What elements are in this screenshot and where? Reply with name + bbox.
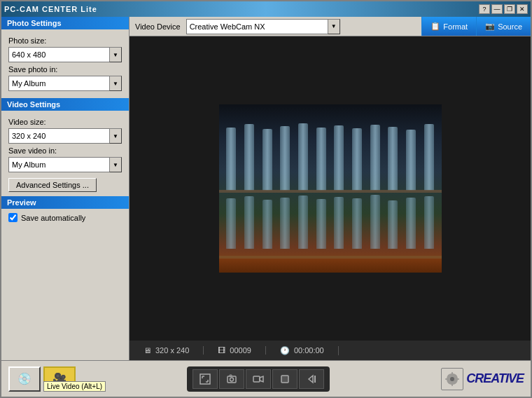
status-resolution: 🖥 320 x 240 [130, 346, 204, 355]
video-settings-content: Video size: 320 x 240 640 x 480 160 x 12… [1, 111, 129, 196]
video-size-label: Video size: [8, 118, 122, 126]
status-time: 🕐 00:00:00 [266, 346, 339, 355]
device-label: Video Device [130, 22, 186, 31]
format-button[interactable]: 📋 Format [421, 17, 476, 36]
save-auto-row: Save automatically [1, 209, 129, 226]
main-content: Photo Settings Photo size: 640 x 480 320… [1, 17, 531, 360]
livevideo-button[interactable]: 🎥 [43, 366, 76, 392]
video-frame [219, 104, 442, 273]
status-bar: 🖥 320 x 240 🎞 00009 🕐 00:00:00 [130, 341, 531, 360]
record-button[interactable] [246, 369, 271, 389]
titlebar-buttons: ? — ❐ ✕ [479, 4, 528, 14]
close-button[interactable]: ✕ [517, 4, 528, 14]
help-button[interactable]: ? [479, 4, 490, 14]
minimize-button[interactable]: — [491, 4, 503, 14]
preview-header: Preview [1, 196, 129, 209]
source-button[interactable]: 📷 Source [476, 17, 531, 36]
photo-save-dropdown-wrap: My Album ▼ [8, 76, 122, 91]
photo-size-label: Photo size: [8, 36, 122, 45]
resolution-value: 320 x 240 [155, 346, 189, 355]
livevideo-btn-wrap: 🎥 Live Video (Alt+L) [43, 366, 76, 392]
photo-size-dropdown[interactable]: 640 x 480 320 x 240 160 x 120 [8, 47, 113, 62]
video-area [130, 36, 531, 341]
format-label: Format [443, 22, 468, 31]
svg-marker-5 [260, 376, 263, 382]
app-title: PC-CAM CENTER Lite [4, 5, 97, 13]
photos-icon: 💿 [18, 372, 31, 385]
time-value: 00:00:00 [294, 346, 324, 355]
device-dropdown-wrap: Creative WebCam NX ▼ [186, 19, 340, 34]
resolution-icon: 🖥 [144, 346, 151, 355]
source-icon: 📷 [485, 22, 495, 31]
toolbar-left: 💿 🎥 Live Video (Alt+L) [8, 366, 76, 392]
video-save-label: Save video in: [8, 146, 122, 155]
video-settings-header: Video Settings [1, 98, 129, 111]
restore-button[interactable]: ❐ [504, 4, 515, 14]
photos-btn-wrap: 💿 [8, 366, 41, 392]
device-dropdown[interactable]: Creative WebCam NX [186, 19, 340, 34]
svg-point-2 [230, 378, 234, 381]
video-save-dropdown-wrap: My Album ▼ [8, 157, 122, 172]
photo-size-dropdown-wrap: 640 x 480 320 x 240 160 x 120 ▼ [8, 47, 122, 62]
svg-rect-6 [281, 376, 288, 383]
status-frames: 🎞 00009 [204, 346, 266, 355]
titlebar: PC-CAM CENTER Lite ? — ❐ ✕ [1, 1, 531, 17]
svg-rect-4 [253, 376, 260, 382]
format-icon: 📋 [430, 22, 440, 31]
svg-rect-0 [200, 374, 210, 384]
creative-logo-text: CREATIVE [466, 371, 524, 386]
video-size-dropdown-wrap: 320 x 240 640 x 480 160 x 120 ▼ [8, 128, 122, 144]
photo-save-dropdown[interactable]: My Album [8, 76, 113, 91]
left-panel: Photo Settings Photo size: 640 x 480 320… [1, 17, 130, 360]
frames-value: 00009 [230, 346, 251, 355]
save-auto-checkbox[interactable] [8, 213, 18, 222]
livevideo-icon: 🎥 [52, 372, 66, 385]
frames-icon: 🎞 [218, 346, 225, 355]
save-auto-label: Save automatically [21, 214, 85, 222]
creative-gear-icon [441, 368, 463, 390]
toolbar-center [187, 366, 330, 392]
floor [219, 259, 442, 273]
bottom-toolbar: 💿 🎥 Live Video (Alt+L) [1, 360, 531, 397]
advanced-settings-button[interactable]: Advanced Settings ... [8, 178, 97, 192]
time-icon: 🕐 [280, 346, 290, 355]
right-area: Video Device Creative WebCam NX ▼ 📋 Form… [130, 17, 531, 360]
toolbar-right: CREATIVE [441, 368, 524, 390]
svg-rect-7 [314, 376, 316, 383]
photo-save-label: Save photo in: [8, 65, 122, 74]
photos-button[interactable]: 💿 [8, 366, 41, 392]
expand-button[interactable] [192, 369, 218, 389]
video-size-dropdown[interactable]: 320 x 240 640 x 480 160 x 120 [8, 128, 113, 144]
photo-settings-content: Photo size: 640 x 480 320 x 240 160 x 12… [1, 29, 129, 98]
app-window: PC-CAM CENTER Lite ? — ❐ ✕ Photo Setting… [0, 0, 532, 398]
capture-button[interactable] [219, 369, 244, 389]
svg-rect-3 [230, 375, 232, 376]
video-save-dropdown[interactable]: My Album [8, 157, 113, 172]
bottles-top [223, 110, 438, 191]
photo-settings-header: Photo Settings [1, 17, 129, 29]
top-bar: Video Device Creative WebCam NX ▼ 📋 Form… [130, 17, 531, 36]
video-canvas [219, 104, 442, 273]
stop-button[interactable] [272, 369, 298, 389]
creative-logo: CREATIVE [441, 368, 524, 390]
back-button[interactable] [299, 369, 324, 389]
source-label: Source [498, 22, 522, 31]
bottles-bottom [223, 193, 438, 249]
